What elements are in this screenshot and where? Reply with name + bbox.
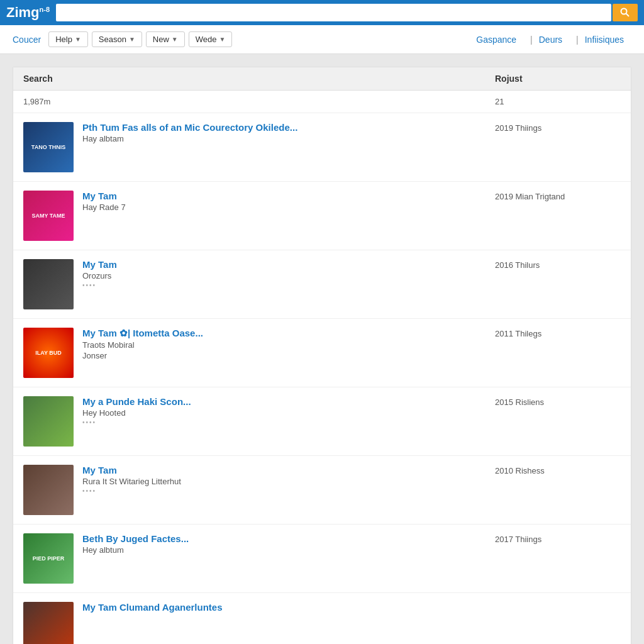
app-logo: Zimgn-8	[6, 4, 50, 21]
item-title[interactable]: My Tam	[82, 465, 495, 475]
item-subtitle: Traots Mobiral	[82, 340, 495, 350]
item-dots: ••••	[82, 282, 495, 289]
item-title[interactable]: My a Punde Haki Scon...	[82, 396, 495, 407]
table-row[interactable]: SAMY TAMEMy TamHay Rade 72019 Mian Trigt…	[13, 182, 631, 250]
nav-separator: |	[530, 35, 533, 45]
item-subtitle: Hey Hooted	[82, 408, 495, 418]
item-title[interactable]: Beth By Juged Factes...	[82, 533, 495, 544]
item-dots: ••••	[82, 487, 495, 494]
navbar: Coucer Help ▼ Season ▼ New ▼ Wede ▼ Gasp…	[0, 25, 644, 54]
result-count-text: 1,987m	[23, 97, 495, 106]
item-subtitle: Orozurs	[82, 271, 495, 280]
nav-right-links: Gaspance | Deurs | Infiisiques	[476, 35, 631, 45]
item-thumbnail	[23, 465, 74, 515]
season-dropdown[interactable]: Season ▼	[92, 31, 142, 47]
app-header: Zimgn-8	[0, 0, 644, 25]
wede-dropdown[interactable]: Wede ▼	[189, 31, 233, 47]
item-subtitle: Hay albtam	[82, 134, 495, 143]
deurs-link[interactable]: Deurs	[539, 35, 562, 45]
svg-line-1	[626, 14, 630, 17]
item-meta	[495, 602, 621, 603]
svg-point-0	[621, 9, 627, 14]
item-meta: 2011 Thilegs	[495, 328, 621, 338]
logo-version: n-8	[40, 6, 50, 13]
search-results-container: Search Rojust 1,987m 21 TANO THNISPth Tu…	[13, 67, 631, 644]
item-meta: 2019 Thiings	[495, 122, 621, 133]
table-row[interactable]: My TamOrozurs••••2016 Thilurs	[13, 250, 631, 319]
result-num-text: 21	[495, 97, 621, 106]
chevron-down-icon: ▼	[219, 36, 225, 43]
chevron-down-icon: ▼	[75, 36, 81, 43]
item-info: Beth By Juged Factes...Hey albtum	[82, 533, 495, 556]
item-subtitle: Hey albtum	[82, 545, 495, 555]
coucer-link[interactable]: Coucer	[13, 35, 41, 45]
item-subtitle2: Jonser	[82, 351, 495, 360]
help-dropdown[interactable]: Help ▼	[48, 31, 88, 47]
item-thumbnail: SAMY TAME	[23, 191, 74, 241]
item-thumbnail: ILAY BUD	[23, 328, 74, 378]
item-meta: 2017 Thiings	[495, 533, 621, 544]
table-header: Search Rojust	[13, 67, 631, 91]
table-row[interactable]: TANO THNISPth Tum Fas alls of an Mic Cou…	[13, 113, 631, 182]
search-button[interactable]	[613, 4, 638, 21]
item-info: My TamOrozurs••••	[82, 259, 495, 289]
search-items-list: TANO THNISPth Tum Fas alls of an Mic Cou…	[13, 113, 631, 644]
item-info: My Tam Clumand Aganerluntes	[82, 602, 495, 614]
item-info: Pth Tum Fas alls of an Mic Courectory Ok…	[82, 122, 495, 145]
item-dots: ••••	[82, 419, 495, 426]
item-title[interactable]: My Tam Clumand Aganerluntes	[82, 602, 495, 613]
item-subtitle: Rura It St Witarieg Litterhut	[82, 477, 495, 486]
item-meta: 2015 Risliens	[495, 396, 621, 407]
item-meta: 2010 Rishess	[495, 465, 621, 475]
chevron-down-icon: ▼	[129, 36, 135, 43]
item-thumbnail	[23, 602, 74, 644]
item-thumbnail: TANO THNIS	[23, 122, 74, 172]
item-thumbnail	[23, 396, 74, 447]
col-rojust-header: Rojust	[495, 74, 621, 84]
table-row[interactable]: My a Punde Haki Scon...Hey Hooted••••201…	[13, 387, 631, 456]
item-subtitle: Hay Rade 7	[82, 203, 495, 212]
gaspance-link[interactable]: Gaspance	[476, 35, 516, 45]
table-row[interactable]: ILAY BUDMy Tam ✿| Itometta Oase...Traots…	[13, 319, 631, 387]
search-icon	[620, 8, 630, 18]
item-meta: 2019 Mian Trigtand	[495, 191, 621, 201]
item-thumbnail: PIED PIPER	[23, 533, 74, 584]
col-search-header: Search	[23, 74, 495, 84]
new-dropdown[interactable]: New ▼	[146, 31, 185, 47]
search-input[interactable]	[56, 4, 611, 21]
table-row[interactable]: My TamRura It St Witarieg Litterhut••••2…	[13, 456, 631, 525]
item-title[interactable]: Pth Tum Fas alls of an Mic Courectory Ok…	[82, 122, 495, 133]
result-count-row: 1,987m 21	[13, 91, 631, 113]
item-title[interactable]: My Tam	[82, 259, 495, 270]
chevron-down-icon: ▼	[172, 36, 178, 43]
item-info: My a Punde Haki Scon...Hey Hooted••••	[82, 396, 495, 426]
item-info: My TamRura It St Witarieg Litterhut••••	[82, 465, 495, 494]
table-row[interactable]: PIED PIPERBeth By Juged Factes...Hey alb…	[13, 525, 631, 593]
nav-separator: |	[576, 35, 579, 45]
item-title[interactable]: My Tam ✿| Itometta Oase...	[82, 328, 495, 339]
item-title[interactable]: My Tam	[82, 191, 495, 201]
item-meta: 2016 Thilurs	[495, 259, 621, 270]
item-info: My TamHay Rade 7	[82, 191, 495, 213]
item-info: My Tam ✿| Itometta Oase...Traots Mobiral…	[82, 328, 495, 362]
table-row[interactable]: My Tam Clumand Aganerluntes	[13, 593, 631, 644]
infiisiques-link[interactable]: Infiisiques	[585, 35, 624, 45]
item-thumbnail	[23, 259, 74, 309]
